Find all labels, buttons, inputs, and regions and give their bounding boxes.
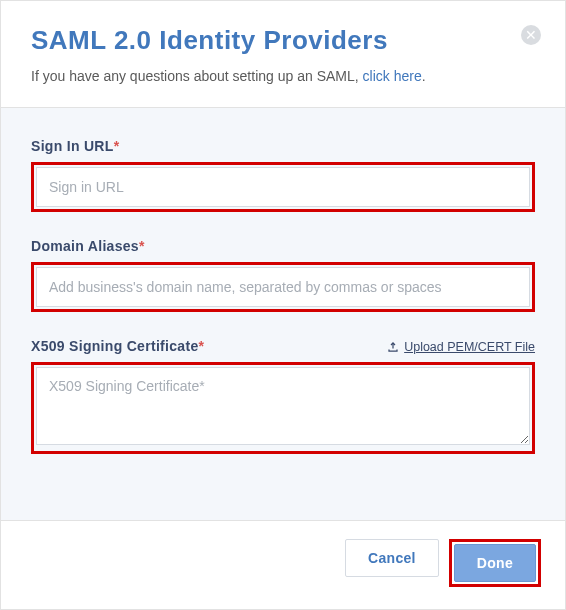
required-asterisk: * (114, 138, 120, 154)
close-button[interactable]: ✕ (521, 25, 541, 45)
modal-footer: Cancel Done (1, 520, 565, 609)
done-button[interactable]: Done (454, 544, 536, 582)
subtitle-text-pre: If you have any questions about setting … (31, 68, 363, 84)
domain-aliases-label-text: Domain Aliases (31, 238, 139, 254)
signin-url-input[interactable] (36, 167, 530, 207)
modal-subtitle: If you have any questions about setting … (31, 66, 535, 87)
form-group-domain-aliases: Domain Aliases* (31, 238, 535, 312)
form-group-signin-url: Sign In URL* (31, 138, 535, 212)
x509-textarea[interactable] (36, 367, 530, 445)
help-link[interactable]: click here (363, 68, 422, 84)
highlight-frame: Done (449, 539, 541, 587)
x509-label-text: X509 Signing Certificate (31, 338, 198, 354)
highlight-frame (31, 262, 535, 312)
domain-aliases-input[interactable] (36, 267, 530, 307)
subtitle-text-post: . (422, 68, 426, 84)
highlight-frame (31, 362, 535, 454)
saml-modal: ✕ SAML 2.0 Identity Providers If you hav… (0, 0, 566, 610)
domain-aliases-label: Domain Aliases* (31, 238, 535, 254)
required-asterisk: * (198, 338, 204, 354)
signin-url-label-text: Sign In URL (31, 138, 114, 154)
signin-url-label: Sign In URL* (31, 138, 535, 154)
close-icon: ✕ (525, 28, 537, 42)
modal-title: SAML 2.0 Identity Providers (31, 25, 535, 56)
modal-header: ✕ SAML 2.0 Identity Providers If you hav… (1, 1, 565, 107)
cert-header-row: X509 Signing Certificate* Upload PEM/CER… (31, 338, 535, 354)
upload-link-text: Upload PEM/CERT File (404, 340, 535, 354)
required-asterisk: * (139, 238, 145, 254)
highlight-frame (31, 162, 535, 212)
cancel-button[interactable]: Cancel (345, 539, 439, 577)
upload-icon (387, 341, 399, 353)
x509-label: X509 Signing Certificate* (31, 338, 204, 354)
upload-pem-link[interactable]: Upload PEM/CERT File (387, 340, 535, 354)
modal-body: Sign In URL* Domain Aliases* X509 Signin… (1, 107, 565, 520)
form-group-x509: X509 Signing Certificate* Upload PEM/CER… (31, 338, 535, 454)
